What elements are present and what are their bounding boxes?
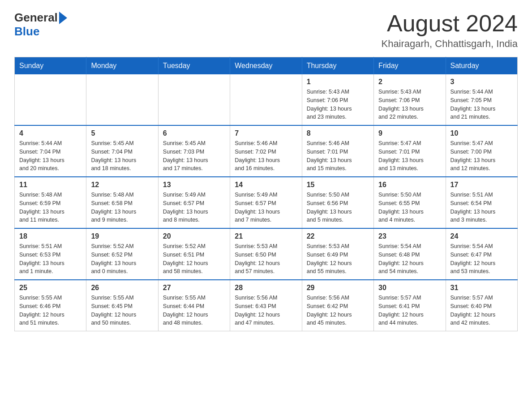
- day-number: 15: [307, 181, 369, 189]
- calendar-week-row: 25Sunrise: 5:55 AM Sunset: 6:46 PM Dayli…: [15, 280, 518, 331]
- day-info: Sunrise: 5:55 AM Sunset: 6:45 PM Dayligh…: [91, 294, 153, 327]
- day-number: 13: [163, 181, 225, 189]
- calendar-cell: [230, 74, 302, 125]
- logo: General Blue: [14, 11, 67, 39]
- calendar-cell: 22Sunrise: 5:53 AM Sunset: 6:49 PM Dayli…: [302, 228, 373, 280]
- calendar-cell: 2Sunrise: 5:43 AM Sunset: 7:06 PM Daylig…: [374, 74, 446, 125]
- logo-general: General: [14, 11, 58, 25]
- calendar-cell: 17Sunrise: 5:51 AM Sunset: 6:54 PM Dayli…: [446, 177, 517, 228]
- day-number: 29: [307, 284, 369, 292]
- calendar-cell: 29Sunrise: 5:56 AM Sunset: 6:42 PM Dayli…: [302, 280, 373, 331]
- day-number: 31: [450, 284, 513, 292]
- calendar-week-row: 1Sunrise: 5:43 AM Sunset: 7:06 PM Daylig…: [15, 74, 518, 125]
- day-number: 6: [163, 129, 225, 137]
- calendar-cell: 9Sunrise: 5:47 AM Sunset: 7:01 PM Daylig…: [374, 125, 446, 177]
- day-info: Sunrise: 5:46 AM Sunset: 7:02 PM Dayligh…: [235, 139, 297, 173]
- day-number: 28: [235, 284, 297, 292]
- calendar-cell: 14Sunrise: 5:49 AM Sunset: 6:57 PM Dayli…: [230, 177, 302, 228]
- calendar-week-row: 4Sunrise: 5:44 AM Sunset: 7:04 PM Daylig…: [15, 125, 518, 177]
- calendar-cell: 27Sunrise: 5:55 AM Sunset: 6:44 PM Dayli…: [158, 280, 230, 331]
- day-number: 19: [91, 232, 153, 240]
- calendar-cell: 30Sunrise: 5:57 AM Sunset: 6:41 PM Dayli…: [374, 280, 446, 331]
- calendar-cell: 26Sunrise: 5:55 AM Sunset: 6:45 PM Dayli…: [86, 280, 158, 331]
- day-info: Sunrise: 5:43 AM Sunset: 7:06 PM Dayligh…: [378, 88, 441, 121]
- day-number: 22: [307, 232, 369, 240]
- day-number: 30: [378, 284, 441, 292]
- day-number: 1: [307, 78, 369, 86]
- calendar-cell: 1Sunrise: 5:43 AM Sunset: 7:06 PM Daylig…: [302, 74, 373, 125]
- calendar-cell: 20Sunrise: 5:52 AM Sunset: 6:51 PM Dayli…: [158, 228, 230, 280]
- calendar-cell: 18Sunrise: 5:51 AM Sunset: 6:53 PM Dayli…: [15, 228, 86, 280]
- day-number: 25: [19, 284, 82, 292]
- day-info: Sunrise: 5:54 AM Sunset: 6:47 PM Dayligh…: [450, 242, 513, 276]
- logo-blue: Blue: [14, 25, 39, 39]
- calendar-cell: 12Sunrise: 5:48 AM Sunset: 6:58 PM Dayli…: [86, 177, 158, 228]
- day-info: Sunrise: 5:48 AM Sunset: 6:59 PM Dayligh…: [19, 191, 82, 224]
- logo-triangle-icon: [59, 12, 67, 24]
- day-info: Sunrise: 5:53 AM Sunset: 6:50 PM Dayligh…: [235, 242, 297, 276]
- day-number: 27: [163, 284, 225, 292]
- day-info: Sunrise: 5:52 AM Sunset: 6:51 PM Dayligh…: [163, 242, 225, 276]
- day-info: Sunrise: 5:51 AM Sunset: 6:53 PM Dayligh…: [19, 242, 82, 276]
- calendar-cell: 7Sunrise: 5:46 AM Sunset: 7:02 PM Daylig…: [230, 125, 302, 177]
- day-info: Sunrise: 5:57 AM Sunset: 6:40 PM Dayligh…: [450, 294, 513, 327]
- day-number: 8: [307, 129, 369, 137]
- day-number: 24: [450, 232, 513, 240]
- day-number: 2: [378, 78, 441, 86]
- calendar-cell: 19Sunrise: 5:52 AM Sunset: 6:52 PM Dayli…: [86, 228, 158, 280]
- day-number: 9: [378, 129, 441, 137]
- day-info: Sunrise: 5:53 AM Sunset: 6:49 PM Dayligh…: [307, 242, 369, 276]
- page-title: August 2024: [381, 11, 518, 36]
- calendar-cell: 31Sunrise: 5:57 AM Sunset: 6:40 PM Dayli…: [446, 280, 517, 331]
- day-info: Sunrise: 5:48 AM Sunset: 6:58 PM Dayligh…: [91, 191, 153, 224]
- col-header-saturday: Saturday: [446, 57, 517, 75]
- day-info: Sunrise: 5:47 AM Sunset: 7:01 PM Dayligh…: [378, 139, 441, 173]
- day-info: Sunrise: 5:57 AM Sunset: 6:41 PM Dayligh…: [378, 294, 441, 327]
- day-number: 5: [91, 129, 153, 137]
- col-header-monday: Monday: [86, 57, 158, 75]
- calendar-cell: 8Sunrise: 5:46 AM Sunset: 7:01 PM Daylig…: [302, 125, 373, 177]
- day-number: 21: [235, 232, 297, 240]
- day-number: 4: [19, 129, 82, 137]
- calendar-cell: [15, 74, 86, 125]
- day-info: Sunrise: 5:44 AM Sunset: 7:04 PM Dayligh…: [19, 139, 82, 173]
- day-number: 16: [378, 181, 441, 189]
- calendar-cell: 24Sunrise: 5:54 AM Sunset: 6:47 PM Dayli…: [446, 228, 517, 280]
- col-header-wednesday: Wednesday: [230, 57, 302, 75]
- day-info: Sunrise: 5:45 AM Sunset: 7:04 PM Dayligh…: [91, 139, 153, 173]
- day-info: Sunrise: 5:55 AM Sunset: 6:46 PM Dayligh…: [19, 294, 82, 327]
- calendar-cell: 25Sunrise: 5:55 AM Sunset: 6:46 PM Dayli…: [15, 280, 86, 331]
- day-number: 20: [163, 232, 225, 240]
- day-number: 14: [235, 181, 297, 189]
- day-info: Sunrise: 5:52 AM Sunset: 6:52 PM Dayligh…: [91, 242, 153, 276]
- day-info: Sunrise: 5:56 AM Sunset: 6:42 PM Dayligh…: [307, 294, 369, 327]
- calendar-cell: 21Sunrise: 5:53 AM Sunset: 6:50 PM Dayli…: [230, 228, 302, 280]
- day-number: 11: [19, 181, 82, 189]
- day-info: Sunrise: 5:56 AM Sunset: 6:43 PM Dayligh…: [235, 294, 297, 327]
- day-info: Sunrise: 5:43 AM Sunset: 7:06 PM Dayligh…: [307, 88, 369, 121]
- page-header: General Blue August 2024 Khairagarh, Chh…: [14, 11, 518, 50]
- col-header-sunday: Sunday: [15, 57, 86, 75]
- day-number: 10: [450, 129, 513, 137]
- calendar-cell: [158, 74, 230, 125]
- day-info: Sunrise: 5:45 AM Sunset: 7:03 PM Dayligh…: [163, 139, 225, 173]
- day-info: Sunrise: 5:49 AM Sunset: 6:57 PM Dayligh…: [235, 191, 297, 224]
- calendar-cell: 6Sunrise: 5:45 AM Sunset: 7:03 PM Daylig…: [158, 125, 230, 177]
- day-number: 12: [91, 181, 153, 189]
- day-info: Sunrise: 5:50 AM Sunset: 6:55 PM Dayligh…: [378, 191, 441, 224]
- calendar-cell: 13Sunrise: 5:49 AM Sunset: 6:57 PM Dayli…: [158, 177, 230, 228]
- calendar-cell: 4Sunrise: 5:44 AM Sunset: 7:04 PM Daylig…: [15, 125, 86, 177]
- col-header-thursday: Thursday: [302, 57, 373, 75]
- calendar-cell: 28Sunrise: 5:56 AM Sunset: 6:43 PM Dayli…: [230, 280, 302, 331]
- calendar-cell: 3Sunrise: 5:44 AM Sunset: 7:05 PM Daylig…: [446, 74, 517, 125]
- day-info: Sunrise: 5:44 AM Sunset: 7:05 PM Dayligh…: [450, 88, 513, 121]
- calendar-cell: 11Sunrise: 5:48 AM Sunset: 6:59 PM Dayli…: [15, 177, 86, 228]
- col-header-friday: Friday: [374, 57, 446, 75]
- day-info: Sunrise: 5:50 AM Sunset: 6:56 PM Dayligh…: [307, 191, 369, 224]
- day-number: 26: [91, 284, 153, 292]
- calendar-cell: 10Sunrise: 5:47 AM Sunset: 7:00 PM Dayli…: [446, 125, 517, 177]
- day-number: 17: [450, 181, 513, 189]
- calendar-cell: 16Sunrise: 5:50 AM Sunset: 6:55 PM Dayli…: [374, 177, 446, 228]
- day-info: Sunrise: 5:49 AM Sunset: 6:57 PM Dayligh…: [163, 191, 225, 224]
- calendar-week-row: 18Sunrise: 5:51 AM Sunset: 6:53 PM Dayli…: [15, 228, 518, 280]
